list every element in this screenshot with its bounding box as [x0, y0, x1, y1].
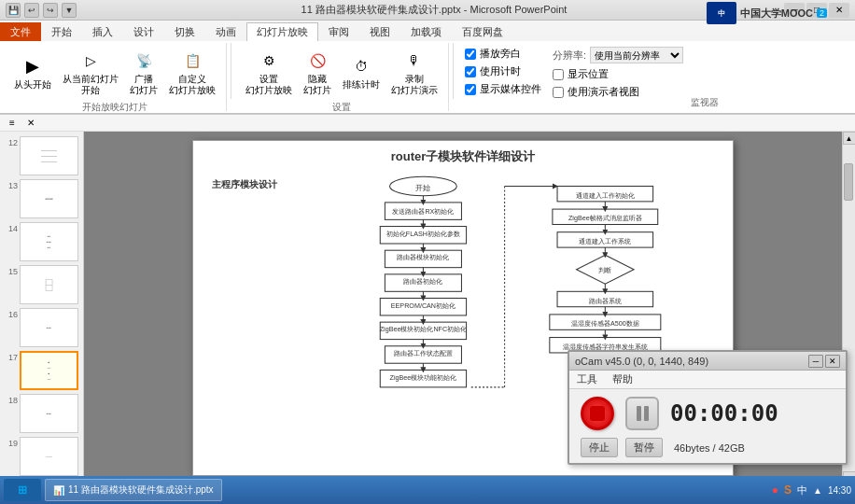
record-button[interactable]: 🎙 录制幻灯片演示: [386, 45, 442, 99]
broadcast-icon: 📡: [131, 48, 157, 74]
presenter-view-checkbox[interactable]: [553, 87, 564, 98]
tab-review[interactable]: 审阅: [318, 22, 359, 41]
ocam-help-menu[interactable]: 帮助: [605, 371, 640, 388]
pause-icon: [637, 406, 649, 421]
slide-preview-12[interactable]: ────────────: [20, 136, 78, 175]
from-current-button[interactable]: ▷ 从当前幻灯片开始: [58, 45, 123, 99]
rehearse-label: 排练计时: [343, 79, 380, 91]
scrollbar-thumb[interactable]: [844, 163, 853, 201]
ribbon-group-setup: ⚙ 设置幻灯片放映 🚫 隐藏幻灯片 ⏱ 排练计时 🎙 录制幻灯片演示 设置: [235, 43, 449, 111]
undo-icon[interactable]: ↩: [24, 3, 39, 18]
tab-home[interactable]: 开始: [41, 22, 82, 41]
taskbar-right: ● S 中 ▲ 14:30: [772, 483, 851, 497]
taskbar-time: 14:30: [828, 485, 851, 496]
from-current-icon: ▷: [77, 48, 104, 74]
slide-preview-18[interactable]: ▪▪▪: [20, 394, 78, 433]
monitor-label: 监视器: [691, 94, 719, 111]
resolution-row: 分辨率: 使用当前分辨率: [553, 47, 683, 63]
slide-left-column: 主程序模块设计: [212, 169, 305, 466]
play-narration-checkbox[interactable]: [465, 49, 476, 60]
from-beginning-button[interactable]: ▶ 从头开始: [9, 50, 56, 93]
broadcast-button[interactable]: 📡 广播幻灯片: [125, 45, 162, 99]
start-button[interactable]: ⊞: [4, 479, 41, 501]
tab-slideshow[interactable]: 幻灯片放映: [246, 22, 318, 41]
setup-group-label: 设置: [332, 99, 351, 114]
slide-preview-17[interactable]: ▪─▪─: [20, 351, 78, 390]
window-title: 11 路由器模块软硬件集成设计.pptx - Microsoft PowerPo…: [84, 3, 784, 17]
slide-thumb-19[interactable]: 19 ──: [4, 436, 79, 477]
ocam-status-row: 停止 暂停 46bytes / 42GB: [569, 438, 846, 463]
quick-access[interactable]: 💾 ↩ ↪ ▼: [6, 3, 77, 18]
redo-icon[interactable]: ↪: [43, 3, 58, 18]
save-icon[interactable]: 💾: [6, 3, 21, 18]
tab-insert[interactable]: 插入: [82, 22, 123, 41]
use-timings-check[interactable]: 使用计时: [465, 64, 541, 78]
tab-animations[interactable]: 动画: [205, 22, 246, 41]
use-timings-checkbox[interactable]: [465, 66, 476, 77]
start-group-label: 开始放映幻灯片: [82, 99, 147, 114]
title-bar: 💾 ↩ ↪ ▼ 11 路由器模块软硬件集成设计.pptx - Microsoft…: [0, 0, 855, 21]
playback-options: 播放旁白 使用计时 显示媒体控件: [465, 47, 541, 96]
slide-thumb-12[interactable]: 12 ────────────: [4, 135, 79, 176]
slide-preview-14[interactable]: ▪▪▪▪▪▪▪: [20, 222, 78, 261]
rehearse-button[interactable]: ⏱ 排练计时: [338, 50, 385, 93]
ime-taskbar-icon[interactable]: 中: [797, 483, 807, 497]
play-narration-check[interactable]: 播放旁白: [465, 47, 541, 61]
ocam-close-button[interactable]: ✕: [825, 355, 840, 368]
tab-design[interactable]: 设计: [123, 22, 164, 41]
tab-baiduyun[interactable]: 百度网盘: [452, 22, 513, 41]
slide-thumb-14[interactable]: 14 ▪▪▪▪▪▪▪: [4, 221, 79, 262]
slide-thumb-13[interactable]: 13 ▪▪▪▪: [4, 178, 79, 219]
custom-slideshow-icon: 📋: [179, 48, 205, 74]
show-display-checkbox[interactable]: [553, 69, 564, 80]
resolution-select[interactable]: 使用当前分辨率: [590, 47, 683, 63]
customize-icon[interactable]: ▼: [62, 3, 77, 18]
custom-slideshow-button[interactable]: 📋 自定义幻灯片放映: [164, 45, 220, 99]
ocam-pause-button[interactable]: [625, 397, 659, 430]
separator-2: [453, 43, 454, 99]
sougou-taskbar-icon[interactable]: S: [784, 483, 792, 497]
scroll-up-button[interactable]: ▲: [843, 132, 856, 145]
slide-preview-15[interactable]: ┌─┐├─┤└─┘: [20, 265, 78, 304]
tab-addins[interactable]: 加载项: [400, 22, 452, 41]
svg-text:通道建入工作初始化: 通道建入工作初始化: [576, 192, 635, 200]
svg-text:发送路由器RX初始化: 发送路由器RX初始化: [392, 208, 454, 216]
show-media-check[interactable]: 显示媒体控件: [465, 82, 541, 96]
ocam-minimize-button[interactable]: ─: [808, 355, 823, 368]
slide-preview-13[interactable]: ▪▪▪▪: [20, 179, 78, 218]
from-current-label: 从当前幻灯片开始: [63, 74, 119, 96]
slide-thumb-18[interactable]: 18 ▪▪▪: [4, 393, 79, 434]
svg-text:温湿度传感器A500数据: 温湿度传感器A500数据: [571, 320, 639, 328]
ocam-window-controls[interactable]: ─ ✕: [808, 355, 840, 368]
ocam-record-button[interactable]: [581, 397, 614, 430]
tab-view[interactable]: 视图: [359, 22, 400, 41]
hide-slide-button[interactable]: 🚫 隐藏幻灯片: [299, 45, 336, 99]
show-display-check[interactable]: 显示位置: [553, 67, 683, 81]
ocam-window: oCam v45.0 (0, 0, 1440, 849) ─ ✕ 工具 帮助 0…: [568, 350, 848, 465]
slide-preview-19[interactable]: ──: [20, 437, 78, 476]
tab-file[interactable]: 文件: [0, 22, 41, 41]
slide-thumb-15[interactable]: 15 ┌─┐├─┤└─┘: [4, 264, 79, 305]
slide-thumb-17[interactable]: 17 ▪─▪─: [4, 350, 79, 391]
ocam-taskbar-icon[interactable]: ●: [772, 483, 778, 497]
use-timings-label: 使用计时: [480, 64, 521, 78]
panel-close-btn[interactable]: ✕: [22, 116, 39, 131]
setup-slideshow-button[interactable]: ⚙ 设置幻灯片放映: [241, 45, 297, 99]
presenter-view-check[interactable]: 使用演示者视图: [553, 85, 683, 99]
panel-toggle-btn[interactable]: ≡: [4, 116, 21, 131]
arrow-taskbar-icon[interactable]: ▲: [813, 485, 822, 496]
show-media-checkbox[interactable]: [465, 84, 476, 95]
ocam-pause-label[interactable]: 暂停: [625, 438, 663, 457]
svg-text:ZigBee帧格式消息监听器: ZigBee帧格式消息监听器: [568, 215, 642, 222]
tab-transitions[interactable]: 切换: [164, 22, 205, 41]
ocam-tools-menu[interactable]: 工具: [569, 371, 605, 388]
close-button[interactable]: ✕: [829, 3, 849, 18]
ocam-stop-button[interactable]: 停止: [581, 438, 618, 457]
taskbar-powerpoint-item[interactable]: 📊11 路由器模块软硬件集成设计.pptx: [45, 479, 222, 501]
rehearse-icon: ⏱: [348, 53, 374, 79]
slide-thumb-16[interactable]: 16 ▪▪▪: [4, 307, 79, 348]
toolbar-bar: ≡ ✕: [0, 115, 855, 132]
ocam-record-icon: [590, 406, 605, 421]
slide-preview-16[interactable]: ▪▪▪: [20, 308, 78, 347]
slide-title: router子模块软件详细设计: [193, 148, 733, 165]
